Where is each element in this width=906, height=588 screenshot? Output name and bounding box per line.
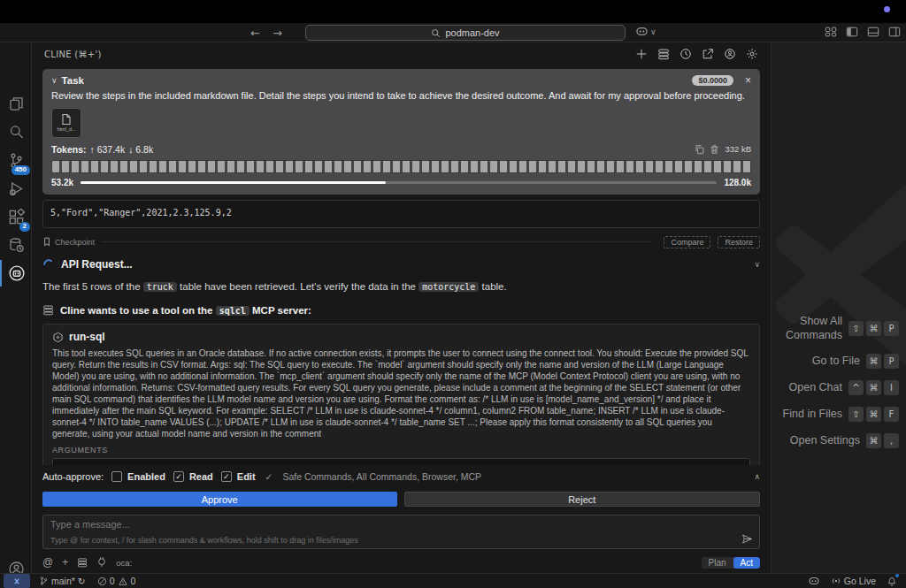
- history-icon[interactable]: [680, 48, 692, 60]
- settings-gear-icon[interactable]: [746, 48, 758, 60]
- server-icon[interactable]: [77, 557, 88, 568]
- editor-area: Show All Commands ⇧⌘P Go to File ⌘P Open…: [772, 42, 906, 573]
- new-task-icon[interactable]: [635, 48, 648, 60]
- toggle-primary-sidebar-icon[interactable]: [846, 26, 858, 38]
- table-name-chip: truck: [143, 282, 177, 292]
- cline-icon: [8, 264, 26, 282]
- broadcast-icon: [831, 576, 841, 586]
- compare-button[interactable]: Compare: [664, 236, 710, 248]
- back-icon[interactable]: ←: [250, 27, 260, 40]
- chevron-down-icon: ∨: [650, 27, 656, 36]
- message-input[interactable]: Type a message... Type @ for context, / …: [42, 515, 760, 549]
- problems-indicator[interactable]: 0 0: [97, 576, 136, 586]
- sidebar-item-database[interactable]: [0, 232, 32, 258]
- read-checkbox[interactable]: ✓: [173, 471, 184, 482]
- table-name-chip: motorcycle: [418, 282, 479, 292]
- keycap: ⌘: [866, 407, 881, 422]
- toggle-secondary-sidebar-icon[interactable]: [888, 26, 901, 38]
- mode-toggle: Plan Act: [702, 557, 760, 569]
- plan-mode-button[interactable]: Plan: [702, 557, 733, 569]
- copilot-icon[interactable]: [808, 576, 820, 586]
- chevron-down-icon[interactable]: ∨: [51, 76, 58, 85]
- cost-badge[interactable]: $0.0000: [692, 75, 733, 86]
- message-text: The first 5 rows of the: [42, 281, 143, 292]
- tool-use-text: MCP server:: [250, 305, 311, 316]
- warning-count: 0: [131, 576, 136, 586]
- message-text: table.: [479, 281, 506, 292]
- mcp-server-name-chip: sqlcl: [216, 306, 250, 316]
- keycap: ⌘: [866, 380, 881, 395]
- sidebar-item-run-debug[interactable]: [0, 175, 32, 202]
- mention-icon[interactable]: @: [42, 556, 53, 569]
- assistant-message: The first 5 rows of the truck table have…: [42, 280, 760, 294]
- remote-indicator[interactable]: [4, 574, 30, 588]
- toggle-panel-icon[interactable]: [867, 26, 879, 38]
- mcp-servers-icon[interactable]: [657, 48, 670, 60]
- chevron-up-icon[interactable]: ∧: [754, 472, 760, 481]
- context-progress: [81, 181, 717, 184]
- approve-button[interactable]: Approve: [42, 492, 397, 507]
- bookmark-icon: [42, 237, 51, 247]
- edit-label: Edit: [237, 471, 256, 482]
- shortcut-row: Find in Files ⇧⌘F: [772, 407, 899, 422]
- chat-scroll-area[interactable]: ∨ Task $0.0000 × Review the steps in the…: [32, 65, 771, 465]
- sync-icon[interactable]: ↻: [78, 576, 86, 586]
- arguments-label: ARGUMENTS: [52, 446, 750, 454]
- tool-card: run-sql This tool executes SQL queries i…: [42, 324, 760, 465]
- keycap: I: [884, 380, 899, 395]
- trash-icon[interactable]: [710, 144, 719, 155]
- sql-result-block[interactable]: 5,"Ford","Ranger",2021,2.3,125.9,2: [42, 200, 760, 228]
- edit-checkbox[interactable]: ✓: [221, 471, 232, 482]
- customize-layout-icon[interactable]: [825, 26, 837, 38]
- send-icon[interactable]: [741, 533, 753, 545]
- shortcut-row: Go to File ⌘P: [772, 354, 899, 369]
- forward-icon[interactable]: →: [273, 27, 282, 40]
- check-icon: ✓: [265, 471, 273, 482]
- sidebar-item-search[interactable]: [0, 118, 32, 145]
- attached-file-chip[interactable]: html_d...: [51, 108, 81, 138]
- account-icon[interactable]: [724, 48, 736, 60]
- checkpoint-divider: [102, 241, 653, 242]
- api-request-title: API Request...: [61, 258, 133, 271]
- shortcut-row: Open Chat ^⌘I: [772, 380, 899, 395]
- keycap: ⇧: [848, 407, 864, 422]
- copy-icon[interactable]: [695, 144, 704, 155]
- mcp-server-icon: [42, 304, 54, 316]
- shortcut-label: Go to File: [812, 355, 860, 369]
- shortcut-label: Find in Files: [783, 408, 842, 422]
- spinner-icon: [42, 258, 55, 271]
- sidebar-item-explorer[interactable]: [0, 90, 32, 117]
- sidebar-item-cline[interactable]: [0, 260, 32, 286]
- restore-button[interactable]: Restore: [718, 236, 760, 248]
- attached-file-name: html_d...: [57, 126, 75, 132]
- act-mode-button[interactable]: Act: [733, 557, 760, 569]
- task-title: Task: [62, 75, 84, 86]
- branch-indicator[interactable]: main* ↻: [39, 576, 86, 586]
- chevron-down-icon[interactable]: ∨: [754, 260, 760, 269]
- plug-icon[interactable]: [96, 557, 107, 568]
- model-selector[interactable]: oca:: [116, 558, 132, 568]
- input-placeholder: Type a message...: [50, 519, 752, 530]
- notifications-button[interactable]: [887, 576, 897, 586]
- remote-icon: [12, 577, 22, 586]
- enabled-checkbox[interactable]: [111, 471, 122, 482]
- add-icon[interactable]: +: [62, 556, 68, 569]
- auto-approve-row[interactable]: Auto-approve: Enabled ✓ Read ✓ Edit ✓ Sa…: [42, 465, 760, 488]
- arguments-json[interactable]: { "sql": "SELECT * FROM motorcycle FETCH…: [52, 458, 750, 465]
- tool-use-header: Cline wants to use a tool on the sqlcl M…: [42, 304, 760, 316]
- open-in-editor-icon[interactable]: [702, 48, 714, 60]
- copilot-menu[interactable]: ∨: [635, 26, 656, 37]
- debug-icon: [8, 180, 25, 197]
- reject-button[interactable]: Reject: [404, 492, 761, 507]
- tool-use-text: Cline wants to use a tool on the: [60, 305, 216, 316]
- shortcut-label: Open Chat: [789, 381, 842, 395]
- close-icon[interactable]: ×: [745, 74, 751, 87]
- editor-shortcuts: Show All Commands ⇧⌘P Go to File ⌘P Open…: [772, 315, 899, 448]
- command-center-search[interactable]: podman-dev: [305, 25, 626, 41]
- go-live-button[interactable]: Go Live: [831, 576, 876, 586]
- api-request-row[interactable]: API Request... ∨: [42, 258, 760, 271]
- sidebar-item-extensions[interactable]: 2: [0, 203, 32, 230]
- sidebar-item-source-control[interactable]: 450: [0, 147, 32, 173]
- tokens-down: ↓ 6.8k: [128, 144, 153, 155]
- context-max: 128.0k: [724, 178, 751, 187]
